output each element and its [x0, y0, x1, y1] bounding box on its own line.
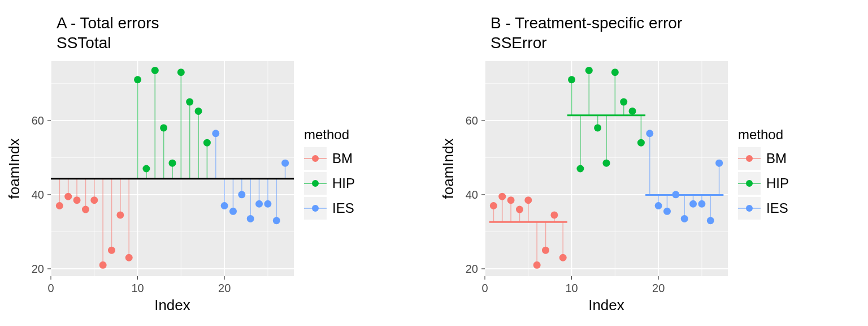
data-point — [498, 192, 506, 200]
figure-row: A - Total errors SSTotal 01020204060Inde… — [0, 0, 868, 326]
data-point — [108, 246, 115, 254]
data-point — [273, 217, 280, 224]
legend-label: HIP — [766, 175, 789, 191]
panel-a-plot: 01020204060IndexfoamIndx — [0, 53, 300, 320]
data-point — [698, 200, 705, 207]
data-point — [672, 191, 679, 198]
panel-a-svg: 01020204060IndexfoamIndx — [0, 53, 300, 320]
data-point — [490, 202, 497, 209]
x-tick-label: 0 — [47, 282, 54, 294]
legend-item-ies: IES — [738, 197, 789, 220]
y-axis-title: foamIndx — [6, 138, 23, 199]
legend-label: IES — [766, 200, 788, 216]
data-point — [160, 124, 167, 131]
legend-swatch — [304, 172, 327, 195]
panel-b-titles: B - Treatment-specific error SSError — [434, 6, 734, 53]
x-tick-label: 10 — [131, 282, 144, 294]
data-point — [533, 261, 541, 268]
data-point — [221, 202, 228, 209]
data-point — [203, 139, 211, 146]
y-tick-label: 40 — [32, 188, 44, 200]
data-point — [169, 159, 176, 166]
panel-b-subtitle: SSError — [491, 33, 734, 53]
svg-rect-47 — [485, 61, 728, 276]
data-point — [151, 66, 159, 74]
data-point — [611, 68, 619, 76]
panel-b-wrap: B - Treatment-specific error SSError 010… — [434, 0, 868, 326]
legend-label: HIP — [332, 175, 355, 191]
data-point — [281, 159, 289, 166]
legend-item-bm: BM — [304, 147, 355, 170]
data-point — [73, 196, 81, 204]
data-point — [637, 139, 645, 146]
data-point — [238, 191, 245, 198]
panel-a-wrap: A - Total errors SSTotal 01020204060Inde… — [0, 0, 434, 326]
y-axis-title: foamIndx — [440, 138, 457, 199]
data-point — [507, 196, 515, 204]
legend-item-bm: BM — [738, 147, 789, 170]
x-tick-label: 10 — [565, 282, 578, 294]
data-point — [689, 200, 697, 207]
legend-b-title: method — [738, 127, 789, 143]
legend-label: IES — [332, 200, 354, 216]
data-point — [594, 124, 601, 131]
data-point — [99, 261, 107, 268]
data-point — [177, 68, 185, 76]
data-point — [715, 159, 723, 166]
data-point — [646, 130, 653, 137]
panel-a: A - Total errors SSTotal 01020204060Inde… — [0, 6, 300, 320]
data-point — [524, 196, 532, 204]
panel-b: B - Treatment-specific error SSError 010… — [434, 6, 734, 320]
y-tick-label: 20 — [32, 262, 44, 274]
x-axis-title: Index — [588, 297, 624, 314]
x-tick-label: 20 — [652, 282, 665, 294]
legend-swatch — [738, 172, 761, 195]
data-point — [116, 211, 124, 218]
data-point — [629, 107, 636, 114]
legend-item-hip: HIP — [738, 172, 789, 195]
data-point — [550, 211, 558, 218]
data-point — [82, 205, 89, 213]
legend-swatch — [304, 147, 327, 170]
data-point — [516, 205, 523, 213]
panel-a-subtitle: SSTotal — [57, 33, 300, 53]
data-point — [681, 215, 688, 222]
data-point — [56, 202, 63, 209]
legend-a: method BMHIPIES — [304, 127, 355, 222]
legend-item-ies: IES — [304, 197, 355, 220]
y-tick-label: 40 — [466, 188, 478, 200]
legend-swatch — [738, 147, 761, 170]
data-point — [64, 192, 72, 200]
y-tick-label: 60 — [32, 114, 44, 126]
panel-a-title: A - Total errors — [57, 13, 300, 33]
data-point — [229, 207, 237, 215]
data-point — [186, 98, 193, 105]
legend-item-hip: HIP — [304, 172, 355, 195]
y-tick-label: 20 — [466, 262, 478, 274]
x-tick-label: 0 — [481, 282, 488, 294]
data-point — [264, 200, 271, 207]
panel-a-titles: A - Total errors SSTotal — [0, 6, 300, 53]
data-point — [707, 217, 714, 224]
data-point — [603, 159, 610, 166]
data-point — [576, 165, 584, 172]
x-axis-title: Index — [154, 297, 190, 314]
data-point — [142, 165, 150, 172]
legend-a-title: method — [304, 127, 355, 143]
legend-swatch — [738, 197, 761, 220]
data-point — [247, 215, 254, 222]
data-point — [195, 107, 202, 114]
data-point — [655, 202, 662, 209]
legend-swatch — [304, 197, 327, 220]
legend-label: BM — [766, 151, 787, 166]
data-point — [559, 254, 567, 261]
panel-b-plot: 01020204060IndexfoamIndx — [434, 53, 734, 320]
data-point — [620, 98, 627, 105]
panel-b-title: B - Treatment-specific error — [491, 13, 734, 33]
data-point — [134, 76, 141, 83]
panel-b-svg: 01020204060IndexfoamIndx — [434, 53, 734, 320]
data-point — [90, 196, 98, 204]
legend-b: method BMHIPIES — [738, 127, 789, 222]
data-point — [585, 66, 593, 74]
x-tick-label: 20 — [218, 282, 231, 294]
